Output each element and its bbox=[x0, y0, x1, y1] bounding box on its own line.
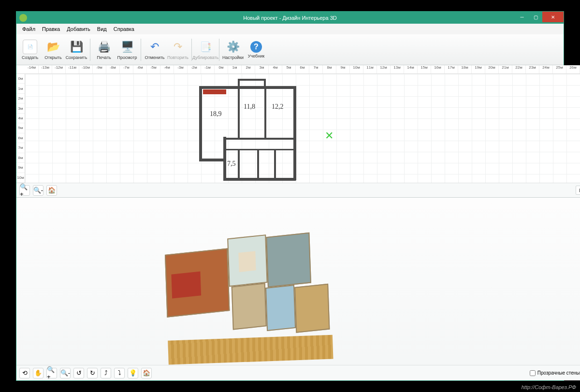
redo-button[interactable]: ↷Повторить bbox=[166, 40, 189, 60]
app-window: Новый проект - Дизайн Интерьера 3D ─ ▢ ✕… bbox=[16, 11, 564, 381]
close-button[interactable]: ✕ bbox=[542, 12, 564, 22]
create-button[interactable]: 📄Создать bbox=[18, 40, 42, 60]
menu-edit[interactable]: Правка bbox=[39, 25, 63, 33]
zoom-in-3d-button[interactable]: 🔍+ bbox=[46, 368, 57, 378]
view-2d[interactable]: -14м-13м-12м-11м-10м-9м-8м-7м-6м-5м-4м-3… bbox=[16, 65, 580, 198]
menubar: Файл Правка Добавить Вид Справка bbox=[16, 24, 564, 34]
zoom-out-button[interactable]: 🔍- bbox=[33, 185, 44, 196]
room-label-2: 11,8 bbox=[244, 103, 255, 111]
open-button[interactable]: 📂Открыть bbox=[42, 40, 65, 60]
home-button[interactable]: 🏠 bbox=[46, 185, 57, 196]
show-dimensions-toggle[interactable]: ⊞ Показывать все размеры bbox=[576, 186, 580, 195]
ruler-horizontal: -14м-13м-12м-11м-10м-9м-8м-7м-6м-5м-4м-3… bbox=[16, 65, 580, 74]
duplicate-button[interactable]: 📑Дублировать bbox=[194, 40, 217, 60]
orbit-button[interactable]: ⟲ bbox=[19, 368, 30, 378]
tutorial-button[interactable]: ?Учебник bbox=[245, 41, 268, 58]
toolbar: 📄Создать 📂Открыть 💾Сохранить 🖨️Печать 🖥️… bbox=[16, 34, 564, 65]
content: -14м-13м-12м-11м-10м-9м-8м-7м-6м-5м-4м-3… bbox=[16, 65, 564, 380]
tilt-down-button[interactable]: ⤵ bbox=[114, 368, 125, 378]
floorplan-2d[interactable]: 18,9 11,8 12,2 7,5 bbox=[199, 79, 301, 180]
settings-button[interactable]: ⚙️Настройки bbox=[221, 40, 245, 60]
bottombar-2d: 🔍+ 🔍- 🏠 ⊞ Показывать все размеры bbox=[16, 183, 580, 197]
save-button[interactable]: 💾Сохранить bbox=[65, 40, 88, 60]
ruler-vertical: 0м1м2м3м4м5м6м7м8м9м10м bbox=[16, 74, 25, 183]
preview-button[interactable]: 🖥️Просмотр bbox=[116, 40, 139, 60]
rotate-right-button[interactable]: ↻ bbox=[87, 368, 98, 378]
window-title: Новый проект - Дизайн Интерьера 3D bbox=[243, 15, 336, 21]
bottombar-3d: ⟲ ✋ 🔍+ 🔍- ↺ ↻ ⤴ ⤵ 💡 🏠 Пр bbox=[16, 365, 580, 380]
transparent-walls-checkbox[interactable]: Прозрачные стены bbox=[530, 370, 580, 376]
home-3d-button[interactable]: 🏠 bbox=[141, 368, 152, 378]
rotate-left-button[interactable]: ↺ bbox=[73, 368, 84, 378]
zoom-in-button[interactable]: 🔍+ bbox=[19, 185, 30, 196]
undo-button[interactable]: ↶Отменить bbox=[143, 40, 166, 60]
canvas-column: -14м-13м-12м-11м-10м-9м-8м-7м-6м-5м-4м-3… bbox=[16, 65, 580, 380]
window-controls: ─ ▢ ✕ bbox=[515, 12, 564, 24]
tilt-up-button[interactable]: ⤴ bbox=[101, 368, 111, 378]
titlebar[interactable]: Новый проект - Дизайн Интерьера 3D ─ ▢ ✕ bbox=[16, 12, 564, 24]
room-label-1: 18,9 bbox=[210, 110, 222, 118]
minimize-button[interactable]: ─ bbox=[515, 12, 529, 22]
grid-canvas[interactable]: 18,9 11,8 12,2 7,5 ✕ bbox=[25, 74, 580, 183]
room-label-3: 12,2 bbox=[272, 103, 284, 111]
room-label-4: 7,5 bbox=[227, 160, 236, 168]
pan-button[interactable]: ✋ bbox=[33, 368, 44, 378]
view-3d[interactable]: ⟲ ✋ 🔍+ 🔍- ↺ ↻ ⤴ ⤵ 💡 🏠 Пр bbox=[16, 198, 580, 380]
watermark: http://Софт-Варез.РФ bbox=[522, 384, 576, 390]
maximize-button[interactable]: ▢ bbox=[529, 12, 542, 22]
menu-view[interactable]: Вид bbox=[94, 25, 110, 33]
menu-add[interactable]: Добавить bbox=[64, 25, 93, 33]
lighting-button[interactable]: 💡 bbox=[128, 368, 138, 378]
menu-file[interactable]: Файл bbox=[19, 25, 38, 33]
center-marker-icon: ✕ bbox=[325, 130, 334, 142]
house-3d-model[interactable] bbox=[157, 207, 340, 352]
zoom-out-3d-button[interactable]: 🔍- bbox=[60, 368, 71, 378]
app-icon bbox=[19, 14, 27, 22]
print-button[interactable]: 🖨️Печать bbox=[92, 40, 116, 60]
menu-help[interactable]: Справка bbox=[111, 25, 137, 33]
